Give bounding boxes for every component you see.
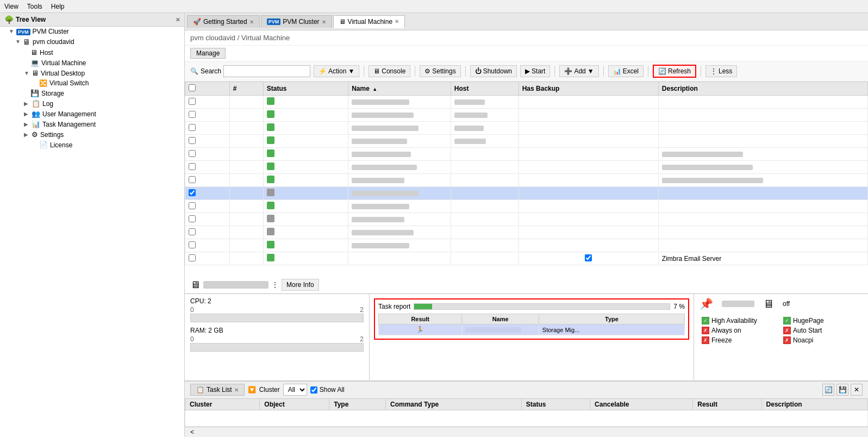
tab-close-vm[interactable]: ✕ <box>395 18 399 24</box>
task-list-col-cluster: Cluster <box>185 399 260 410</box>
col-backup[interactable]: Has Backup <box>519 82 658 96</box>
row-checkbox[interactable] <box>189 111 196 118</box>
row-checkbox[interactable] <box>189 254 196 261</box>
table-row[interactable] <box>185 226 868 239</box>
col-name[interactable]: Name ▲ <box>348 82 451 96</box>
vm-table-container[interactable]: # Status Name ▲ Host Has Backup Descript… <box>185 82 868 277</box>
row-checkbox[interactable] <box>189 137 196 144</box>
cluster-icon: PVM <box>16 28 30 35</box>
console-button[interactable]: 🖥 Console <box>369 65 410 77</box>
sidebar-item-pvm-cluster[interactable]: ▼ PVM PVM Cluster <box>0 27 184 36</box>
tab-getting-started[interactable]: 🚀 Getting Started ✕ <box>187 15 260 28</box>
vm-info-bar: 🖥 ⋮ More Info <box>185 277 868 294</box>
manage-button[interactable]: Manage <box>190 48 226 59</box>
table-row[interactable] <box>185 109 868 122</box>
table-row[interactable] <box>185 96 868 109</box>
cluster-filter-select[interactable]: All <box>283 384 307 396</box>
col-host[interactable]: Host <box>451 82 519 96</box>
sidebar-item-log[interactable]: ▶ 📋 Log <box>0 98 184 109</box>
sidebar-item-virtual-switch[interactable]: 🔀 Virtual Switch <box>0 78 184 88</box>
table-row[interactable]: Zimbra Email Server <box>185 252 868 265</box>
row-checkbox[interactable] <box>189 228 196 235</box>
settings-button[interactable]: ⚙ Settings <box>420 65 460 77</box>
table-row[interactable] <box>185 148 868 161</box>
row-num <box>229 96 263 109</box>
start-button[interactable]: ▶ Start <box>520 65 550 77</box>
menu-view[interactable]: View <box>4 3 18 10</box>
row-checkbox[interactable] <box>189 202 196 209</box>
sidebar-item-virtual-desktop[interactable]: ▼ 🖥 Virtual Desktop <box>0 68 184 78</box>
select-all-checkbox[interactable] <box>189 84 196 91</box>
feature-item-freeze: ✗Freeze <box>702 336 779 344</box>
console-icon: 🖥 <box>373 67 380 75</box>
backup-checkbox[interactable] <box>585 254 592 261</box>
sidebar-item-task-management[interactable]: ▶ 📊 Task Management <box>0 119 184 129</box>
more-info-button[interactable]: More Info <box>282 279 319 291</box>
table-row[interactable] <box>185 174 868 187</box>
table-row[interactable] <box>185 187 868 200</box>
tab-close-pvm-cluster[interactable]: ✕ <box>322 19 326 25</box>
expand-icon-users: ▶ <box>24 111 30 117</box>
row-checkbox[interactable] <box>189 163 196 170</box>
sidebar-item-pvm-cloudavid[interactable]: ▼ 🖥 pvm cloudavid <box>0 36 184 47</box>
col-hash: # <box>229 82 263 96</box>
sidebar-item-host[interactable]: 🖥 Host <box>0 47 184 58</box>
refresh-button[interactable]: 🔄 Refresh <box>653 65 696 78</box>
row-num <box>229 200 263 213</box>
row-checkbox[interactable] <box>189 215 196 222</box>
sidebar-item-virtual-machine[interactable]: 💻 Virtual Machine <box>0 58 184 68</box>
row-checkbox[interactable] <box>189 176 196 183</box>
table-row[interactable] <box>185 239 868 252</box>
vm-icon: 💻 <box>30 59 39 67</box>
row-host <box>451 213 519 226</box>
task-list-col-object: Object <box>260 399 329 410</box>
row-checkbox[interactable] <box>189 124 196 131</box>
show-all-checkbox[interactable] <box>310 386 317 394</box>
add-dropdown-icon: ▼ <box>588 67 594 75</box>
expand-icon-cloudavid: ▼ <box>15 39 22 45</box>
table-row[interactable] <box>185 161 868 174</box>
table-row[interactable] <box>185 213 868 226</box>
close-icon-btn[interactable]: ✕ <box>851 384 863 396</box>
table-row[interactable] <box>185 200 868 213</box>
row-checkbox[interactable] <box>189 241 196 248</box>
add-button[interactable]: ➕ Add ▼ <box>559 65 598 77</box>
sidebar-item-license[interactable]: 📄 License <box>0 140 184 150</box>
row-host <box>451 96 519 109</box>
row-name <box>348 122 451 135</box>
row-checkbox[interactable] <box>189 150 196 157</box>
tree-close-button[interactable]: ✕ <box>176 17 180 23</box>
table-row[interactable] <box>185 122 868 135</box>
menu-tools[interactable]: Tools <box>27 3 42 10</box>
row-checkbox[interactable] <box>189 98 196 105</box>
shutdown-button[interactable]: ⏻ Shutdown <box>470 65 517 77</box>
task-list-close-button[interactable]: ✕ <box>234 387 239 393</box>
vd-icon: 🖥 <box>32 69 39 77</box>
tab-virtual-machine[interactable]: 🖥 Virtual Machine ✕ <box>333 15 405 28</box>
task-list-col-type: Type <box>329 399 386 410</box>
excel-button[interactable]: 📊 Excel <box>608 65 644 77</box>
action-button[interactable]: ⚡ Action ▼ <box>314 65 359 77</box>
save-icon-btn[interactable]: 💾 <box>836 384 848 396</box>
task-list-tab[interactable]: 📋 Task List ✕ <box>190 384 245 396</box>
row-checkbox[interactable] <box>189 189 196 196</box>
row-num <box>229 239 263 252</box>
table-row[interactable] <box>185 135 868 148</box>
tab-close-getting-started[interactable]: ✕ <box>249 19 254 25</box>
scroll-left-arrow[interactable]: < <box>190 428 194 436</box>
sidebar-item-label-vd: Virtual Desktop <box>41 70 85 77</box>
sidebar-item-settings[interactable]: ▶ ⚙ Settings <box>0 129 184 140</box>
scroll-bar[interactable]: < <box>185 427 868 437</box>
tab-pvm-cluster[interactable]: PVM PVM Cluster ✕ <box>261 15 332 28</box>
row-backup <box>519 96 658 109</box>
sidebar-item-user-management[interactable]: ▶ 👥 User Management <box>0 109 184 119</box>
menu-help[interactable]: Help <box>51 3 65 10</box>
less-button[interactable]: ⋮ Less <box>705 65 737 77</box>
col-description[interactable]: Description <box>658 82 867 96</box>
feature-item-noacpi: ✗Noacpi <box>783 336 860 344</box>
sidebar-item-storage[interactable]: 💾 Storage <box>0 88 184 98</box>
col-checkbox[interactable] <box>185 82 230 96</box>
refresh-icon-btn[interactable]: 🔄 <box>822 384 834 396</box>
search-input[interactable] <box>223 65 310 77</box>
add-icon: ➕ <box>564 67 572 75</box>
